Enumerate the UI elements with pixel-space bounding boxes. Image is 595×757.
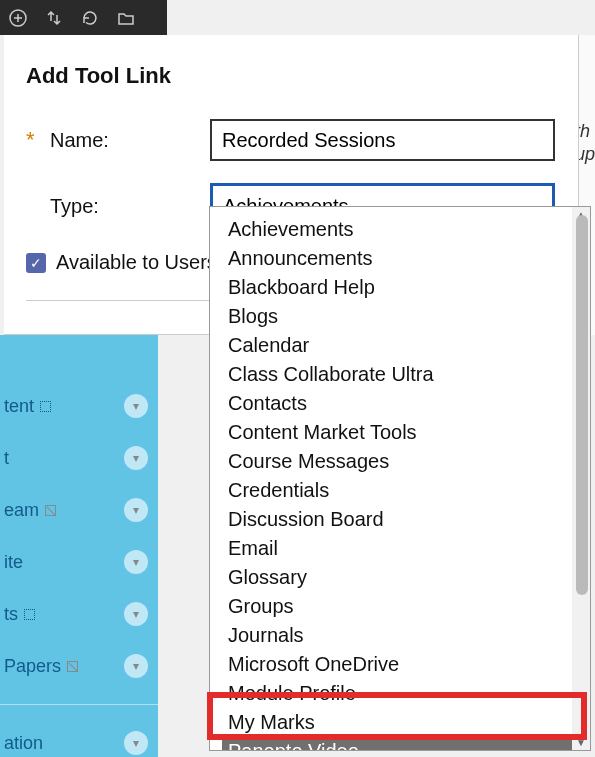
sidebar-item[interactable]: tent ▾ xyxy=(0,380,158,432)
required-marker: * xyxy=(26,129,40,151)
dropdown-option[interactable]: Achievements xyxy=(222,215,573,244)
chevron-down-icon[interactable]: ▾ xyxy=(124,394,148,418)
scrollbar-thumb[interactable] xyxy=(576,215,588,595)
updown-icon[interactable] xyxy=(42,6,66,30)
sidebar-item[interactable]: eam ▾ xyxy=(0,484,158,536)
dropdown-option[interactable]: Course Messages xyxy=(222,447,573,476)
dropdown-option[interactable]: Contacts xyxy=(222,389,573,418)
dropdown-option[interactable]: Credentials xyxy=(222,476,573,505)
hidden-badge-icon xyxy=(40,401,51,412)
chevron-down-icon[interactable]: ▾ xyxy=(124,731,148,755)
dropdown-option[interactable]: Panopto Video xyxy=(222,737,573,750)
sidebar-divider xyxy=(0,704,158,705)
refresh-icon[interactable] xyxy=(78,6,102,30)
add-icon[interactable] xyxy=(6,6,30,30)
sidebar-item[interactable]: ation ▾ xyxy=(0,717,158,757)
dropdown-option[interactable]: My Marks xyxy=(222,708,573,737)
type-label: Type: xyxy=(50,195,210,218)
available-label: Available to Users xyxy=(56,251,217,274)
dropdown-option[interactable]: Journals xyxy=(222,621,573,650)
hidden-badge-icon xyxy=(24,609,35,620)
chevron-down-icon[interactable]: ▾ xyxy=(124,498,148,522)
name-label: Name: xyxy=(50,129,210,152)
sidebar-item[interactable]: t ▾ xyxy=(0,432,158,484)
scrollbar-track[interactable]: ▲ ▼ xyxy=(572,207,590,750)
available-checkbox[interactable]: ✓ xyxy=(26,253,46,273)
dropdown-option[interactable]: Module Profile xyxy=(222,679,573,708)
folder-icon[interactable] xyxy=(114,6,138,30)
dropdown-option[interactable]: Class Collaborate Ultra xyxy=(222,360,573,389)
type-dropdown: AchievementsAnnouncementsBlackboard Help… xyxy=(209,206,591,751)
name-input[interactable] xyxy=(210,119,555,161)
name-row: * Name: xyxy=(26,119,556,161)
top-toolbar xyxy=(0,0,167,35)
form-title: Add Tool Link xyxy=(26,63,556,89)
dropdown-option[interactable]: Groups xyxy=(222,592,573,621)
chevron-down-icon[interactable]: ▾ xyxy=(124,550,148,574)
chevron-down-icon[interactable]: ▾ xyxy=(124,654,148,678)
scroll-down-icon[interactable]: ▼ xyxy=(575,737,587,748)
dropdown-option[interactable]: Microsoft OneDrive xyxy=(222,650,573,679)
dropdown-option[interactable]: Announcements xyxy=(222,244,573,273)
sidebar: tent ▾ t ▾ eam ▾ ite ▾ ts ▾ Papers ▾ ati… xyxy=(0,335,158,757)
disabled-badge-icon xyxy=(45,505,56,516)
dropdown-option[interactable]: Blogs xyxy=(222,302,573,331)
sidebar-item[interactable]: Papers ▾ xyxy=(0,640,158,692)
dropdown-option[interactable]: Glossary xyxy=(222,563,573,592)
sidebar-item[interactable]: ite ▾ xyxy=(0,536,158,588)
disabled-badge-icon xyxy=(67,661,78,672)
dropdown-option[interactable]: Blackboard Help xyxy=(222,273,573,302)
chevron-down-icon[interactable]: ▾ xyxy=(124,446,148,470)
dropdown-option[interactable]: Discussion Board xyxy=(222,505,573,534)
dropdown-option[interactable]: Email xyxy=(222,534,573,563)
dropdown-option[interactable]: Calendar xyxy=(222,331,573,360)
chevron-down-icon[interactable]: ▾ xyxy=(124,602,148,626)
sidebar-item[interactable]: ts ▾ xyxy=(0,588,158,640)
dropdown-option[interactable]: Content Market Tools xyxy=(222,418,573,447)
